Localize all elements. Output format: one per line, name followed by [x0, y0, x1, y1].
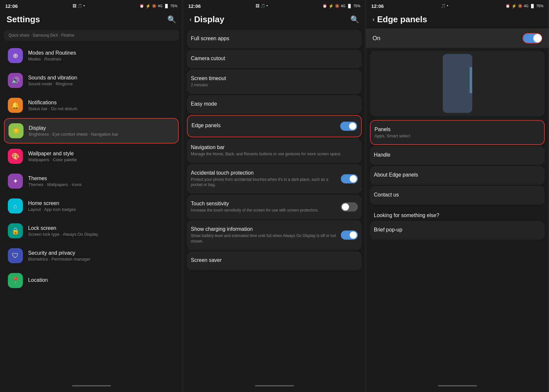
- lock-screen-icon: 🔒: [8, 223, 23, 238]
- edge-item-brief-popup[interactable]: Brief pop-up: [370, 221, 545, 240]
- status-bar-1: 12:06 🖼 🎵 • ⏰ ⚡ 🔕 4G ▐▌ 75%: [0, 0, 183, 12]
- looking-for-label: Looking for something else?: [374, 213, 439, 218]
- partial-item: Quick share · Samsung DeX · Findme: [4, 30, 179, 41]
- status-sys-icons-1: ⏰ ⚡ 🔕 4G ▐▌ 75%: [140, 4, 177, 9]
- wallpaper-title: Wallpaper and style: [28, 151, 175, 157]
- status-notif-3: 🎵 •: [441, 4, 448, 8]
- toggle-knob-edge-panels: [349, 123, 356, 130]
- status-time-3: 12:06: [371, 3, 384, 9]
- edge-panels-back-button[interactable]: ‹: [373, 16, 374, 23]
- alarm-icon-3: ⏰: [506, 4, 510, 8]
- themes-icon: ✦: [8, 174, 23, 189]
- settings-header: Settings 🔍: [0, 12, 183, 28]
- edge-panels-toggle[interactable]: [340, 122, 357, 131]
- notif-icons-3: 🎵 •: [441, 4, 448, 8]
- alarm-icon-2: ⏰: [323, 4, 327, 8]
- status-notif-1: 🖼 🎵 •: [73, 4, 85, 8]
- edge-footer-heading: Looking for something else?: [370, 206, 545, 221]
- edge-panels-list: Panels Apps, Smart select Handle About E…: [366, 119, 549, 382]
- sidebar-item-wallpaper[interactable]: 🎨 Wallpaper and style Wallpapers · Color…: [4, 144, 179, 168]
- edge-item-panels[interactable]: Panels Apps, Smart select: [370, 120, 545, 145]
- display-item-camera-cutout[interactable]: Camera cutout: [187, 50, 362, 68]
- display-subtitle: Brightness · Eye comfort shield · Naviga…: [29, 132, 174, 137]
- settings-panel: 12:06 🖼 🎵 • ⏰ ⚡ 🔕 4G ▐▌ 75% Settings 🔍 Q…: [0, 0, 183, 392]
- sidebar-item-home-screen[interactable]: ⌂ Home screen Layout · App icon badges: [4, 194, 179, 218]
- lock-screen-subtitle: Screen lock type · Always On Display: [28, 232, 175, 237]
- display-item-navigation-bar[interactable]: Navigation bar Manage the Home, Back, an…: [187, 139, 362, 163]
- themes-subtitle: Themes · Wallpapers · Icons: [28, 182, 175, 187]
- sidebar-item-notifications[interactable]: 🔔 Notifications Status bar · Do not dist…: [4, 93, 179, 117]
- bluetooth-icon-2: ⚡: [328, 4, 334, 9]
- edge-item-about[interactable]: About Edge panels: [370, 166, 545, 185]
- display-item-full-screen-apps[interactable]: Full screen apps: [187, 30, 362, 48]
- sidebar-item-location[interactable]: 📍 Location: [4, 268, 179, 293]
- bottom-indicator-2: [255, 385, 294, 386]
- touch-sensitivity-toggle[interactable]: [341, 202, 358, 212]
- signal-icon-2: ▐▌: [347, 4, 352, 8]
- phone-preview-area: [370, 51, 545, 116]
- location-icon: 📍: [8, 273, 23, 288]
- edge-item-contact[interactable]: Contact us: [370, 186, 545, 205]
- edge-panels-header: ‹ Edge panels: [366, 12, 549, 28]
- wallpaper-icon: 🎨: [8, 149, 23, 164]
- status-time-1: 12:06: [5, 3, 18, 9]
- themes-title: Themes: [28, 176, 175, 181]
- display-item-screen-saver[interactable]: Screen saver: [187, 251, 362, 270]
- security-title: Security and privacy: [28, 250, 175, 256]
- sidebar-item-modes-routines[interactable]: ⊕ Modes and Routines Modes · Routines: [4, 43, 179, 68]
- display-item-show-charging[interactable]: Show charging information Show battery l…: [187, 220, 362, 250]
- location-title: Location: [28, 277, 175, 283]
- notifications-title: Notifications: [28, 100, 175, 106]
- mute-icon: 🔕: [152, 4, 157, 8]
- bottom-indicator-1: [72, 385, 111, 386]
- show-charging-toggle[interactable]: [341, 230, 358, 240]
- status-sys-icons-3: ⏰ ⚡ 🔕 4G ▐▌ 75%: [506, 4, 543, 9]
- display-item-accidental-touch[interactable]: Accidental touch protection Protect your…: [187, 164, 362, 194]
- accidental-touch-toggle[interactable]: [341, 174, 358, 183]
- sidebar-item-sounds-vibration[interactable]: 🔊 Sounds and vibration Sound mode · Ring…: [4, 68, 179, 93]
- status-bar-2: 12:06 🖼 🎵 • ⏰ ⚡ 🔕 4G ▐▌ 75%: [183, 0, 366, 12]
- brief-popup-title: Brief pop-up: [374, 227, 541, 233]
- display-item-screen-timeout[interactable]: Screen timeout 2 minutes: [187, 70, 362, 94]
- display-title: Display: [194, 14, 350, 25]
- sounds-title: Sounds and vibration: [28, 75, 175, 81]
- sidebar-item-display[interactable]: ☀️ Display Brightness · Eye comfort shie…: [4, 118, 179, 144]
- status-time-2: 12:06: [188, 3, 201, 9]
- edge-item-handle[interactable]: Handle: [370, 146, 545, 165]
- notifications-icon: 🔔: [8, 98, 23, 113]
- alarm-icon: ⏰: [140, 4, 144, 8]
- edge-panels-main-toggle[interactable]: [523, 33, 542, 43]
- status-sys-icons-2: ⏰ ⚡ 🔕 4G ▐▌ 75%: [323, 4, 360, 9]
- display-item-edge-panels[interactable]: Edge panels: [187, 115, 362, 137]
- battery-icon: 75%: [170, 4, 177, 8]
- signal-icon-3: ▐▌: [530, 4, 535, 8]
- bottom-bar-2: [183, 382, 366, 392]
- network-icon: 4G: [158, 4, 163, 8]
- wallpaper-subtitle: Wallpapers · Color palette: [28, 157, 175, 162]
- security-icon: 🛡: [8, 248, 23, 263]
- home-screen-title: Home screen: [28, 200, 175, 206]
- sidebar-item-themes[interactable]: ✦ Themes Themes · Wallpapers · Icons: [4, 169, 179, 193]
- sidebar-item-lock-screen[interactable]: 🔒 Lock screen Screen lock type · Always …: [4, 219, 179, 243]
- bottom-indicator-3: [438, 385, 477, 386]
- settings-search-button[interactable]: 🔍: [167, 15, 176, 24]
- bluetooth-icon: ⚡: [145, 4, 151, 9]
- modes-title: Modes and Routines: [28, 50, 175, 56]
- display-item-easy-mode[interactable]: Easy mode: [187, 95, 362, 114]
- display-search-button[interactable]: 🔍: [350, 15, 359, 24]
- modes-icon: ⊕: [8, 48, 23, 63]
- display-item-touch-sensitivity[interactable]: Touch sensitivity Increase the touch sen…: [187, 195, 362, 219]
- display-back-button[interactable]: ‹: [190, 16, 191, 23]
- toggle-knob-charging: [350, 231, 357, 239]
- mute-icon-3: 🔕: [518, 4, 523, 8]
- network-icon-3: 4G: [524, 4, 529, 8]
- bottom-bar-3: [366, 382, 549, 392]
- lock-screen-title: Lock screen: [28, 225, 175, 231]
- display-icon: ☀️: [8, 123, 24, 138]
- status-notif-2: 🖼 🎵 •: [256, 4, 268, 8]
- sidebar-item-security-privacy[interactable]: 🛡 Security and privacy Biometrics · Perm…: [4, 244, 179, 268]
- phone-preview: [443, 54, 472, 113]
- toggle-knob-accidental: [350, 175, 357, 182]
- toggle-large-knob: [533, 34, 542, 43]
- notifications-subtitle: Status bar · Do not disturb: [28, 106, 175, 111]
